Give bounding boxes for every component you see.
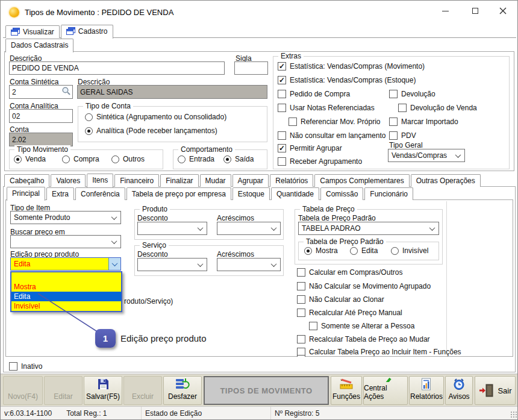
total-reg-text: Total Reg.: 1: [66, 409, 107, 418]
dropdown-option-blank[interactable]: [11, 272, 121, 282]
app-window: Tipos de Movimento : PEDIDO DE VENDA Vis…: [0, 0, 518, 420]
produto-desconto-select[interactable]: [137, 222, 207, 235]
checkbox-marcar-importado[interactable]: Marcar Importado: [389, 118, 458, 126]
checkbox-pedido-compra[interactable]: Pedido de Compra: [278, 90, 350, 98]
checkbox-calcular-tabela-incluir-item[interactable]: Calcular Tabela Preço ao Incluir Item - …: [297, 348, 461, 356]
checkbox-inativo[interactable]: Inativo: [9, 362, 42, 371]
search-icon[interactable]: [61, 86, 71, 98]
funcoes-button[interactable]: Funções: [331, 376, 362, 405]
checkbox-receber-agrupamento[interactable]: Receber Agrupamento: [278, 157, 362, 166]
callout-text: Edição preço produto: [120, 333, 207, 343]
radio-tabela-mostra[interactable]: Mostra: [304, 246, 338, 255]
checkbox-devolucao[interactable]: Devolução: [389, 90, 435, 98]
dropdown-option-invisivel[interactable]: Invisível: [11, 301, 121, 311]
sigla-input[interactable]: [234, 61, 268, 75]
servico-acrescimos-label: Acréscimos: [217, 250, 254, 259]
checkbox-permitir-agrupar[interactable]: Permitir Agrupar: [278, 144, 342, 152]
checkbox-recalcular-preco-manual[interactable]: Recalcular Até Preço Manual: [297, 309, 402, 317]
dropdown-option-edita[interactable]: Edita: [11, 292, 121, 301]
tab-cadastro[interactable]: Cadastro: [61, 25, 113, 39]
tab-extra[interactable]: Extra: [46, 187, 74, 200]
descricao-input[interactable]: PEDIDO DE VENDA: [9, 61, 225, 75]
radio-dot: [178, 155, 186, 163]
tab-funcionario[interactable]: Funcionário: [364, 187, 413, 200]
tab-valores[interactable]: Valores: [51, 174, 86, 187]
tab-relatorios[interactable]: Relatórios: [270, 174, 313, 187]
radio-tabela-edita[interactable]: Edita: [350, 246, 378, 255]
checkbox-estatistica-estoque[interactable]: Estatística: Vendas/Compras (Estoque): [278, 76, 416, 84]
tipo-de-item-select[interactable]: Somente Produto: [10, 211, 121, 224]
servico-desconto-select[interactable]: [137, 258, 207, 271]
maximize-button[interactable]: [462, 1, 488, 21]
tab-visualizar[interactable]: Visualizar: [5, 25, 60, 38]
radio-label: Analítica (Pode receber lançamentos): [96, 127, 217, 135]
tab-tabela-preco-empresa[interactable]: Tabela de preço por empresa: [126, 187, 231, 200]
checkbox-usar-notas[interactable]: Usar Notas Referenciadas: [278, 104, 375, 112]
produto-acrescimos-select[interactable]: [217, 222, 281, 235]
checkbox-referenciar-mov[interactable]: Referenciar Mov. Próprio: [289, 118, 381, 126]
conta-sintetica-input[interactable]: 2: [9, 85, 73, 99]
radio-dot: [111, 155, 119, 163]
minimize-button[interactable]: [432, 1, 458, 21]
tab-campos-complementares[interactable]: Campos Complementares: [314, 174, 409, 187]
checkbox-nao-consultar[interactable]: Não consultar em lançamento: [278, 131, 385, 140]
radio-tabela-invisivel[interactable]: Invisível: [391, 246, 428, 255]
tab-dados-cadastrais[interactable]: Dados Cadastrais: [5, 39, 73, 52]
central-acoes-button[interactable]: Central Ações: [363, 376, 408, 405]
radio-entrada[interactable]: Entrada: [178, 155, 214, 163]
checkbox-box: [278, 104, 286, 112]
editar-button[interactable]: Editar: [44, 376, 83, 405]
produto-desconto-label: Desconto: [137, 214, 168, 222]
radio-label: Edita: [361, 246, 378, 255]
tab-financeiro[interactable]: Financeiro: [114, 174, 159, 187]
tab-quantidade[interactable]: Quantidade: [271, 187, 319, 200]
checkbox-somente-alterar-pessoa[interactable]: Somente se Alterar a Pessoa: [309, 322, 414, 330]
relatorios-button[interactable]: Relatórios: [409, 376, 444, 405]
sair-button[interactable]: Sair: [475, 376, 516, 405]
tab-label: Dados Cadastrais: [11, 41, 68, 49]
tab-itens[interactable]: Itens: [87, 174, 113, 187]
radio-outros[interactable]: Outros: [111, 155, 145, 163]
tab-principal[interactable]: Principal: [7, 187, 45, 201]
checkbox-label: Não Calcular ao Clonar: [309, 295, 384, 304]
avisos-button[interactable]: Avisos: [445, 376, 473, 405]
tabela-padrao-select[interactable]: TABELA PADRAO: [298, 222, 439, 235]
servico-desconto-label: Desconto: [137, 250, 168, 259]
checkbox-label: Recalcular Até Preço Manual: [309, 309, 402, 317]
tipo-geral-select[interactable]: Vendas/Compras: [388, 149, 465, 162]
novo-button[interactable]: Novo(F4): [3, 376, 43, 405]
dropdown-option-mostra[interactable]: Mostra: [11, 282, 121, 292]
checkbox-recalcular-tabela-mudar[interactable]: Recalcular Tabela de Preço ao Mudar: [297, 335, 430, 343]
radio-sintetica[interactable]: Sintética (Agrupamento ou Consolidado): [85, 113, 226, 121]
radio-compra[interactable]: Compra: [62, 155, 99, 163]
edicao-preco-combo[interactable]: Edita: [10, 257, 121, 271]
tab-agrupar[interactable]: Agrupar: [232, 174, 269, 187]
resize-grip[interactable]: [510, 411, 517, 418]
checkbox-nao-calcular-clonar[interactable]: Não Calcular ao Clonar: [297, 295, 384, 304]
radio-analitica[interactable]: Analítica (Pode receber lançamentos): [85, 127, 217, 135]
tab-cabecalho[interactable]: Cabeçalho: [4, 174, 49, 187]
checkbox-devolucao-venda[interactable]: Devolução de Venda: [398, 104, 477, 112]
tab-outras-operacoes[interactable]: Outras Operações: [411, 174, 481, 187]
undo-icon: [175, 378, 190, 390]
buscar-preco-select[interactable]: [10, 235, 121, 248]
servico-acrescimos-select[interactable]: [217, 258, 281, 271]
desfazer-button[interactable]: Desfazer: [163, 376, 202, 405]
checkbox-estatistica-movimento[interactable]: Estatística: Vendas/Compras (Movimento): [278, 62, 425, 71]
checkbox-nao-calcular-agrupado[interactable]: Não Calcular se Movimento Agrupado: [297, 282, 431, 290]
conta-analitica-input[interactable]: 02: [9, 109, 73, 123]
radio-venda[interactable]: Venda: [14, 155, 46, 163]
tab-estoque[interactable]: Estoque: [232, 187, 270, 200]
tab-comissao[interactable]: Comissão: [320, 187, 363, 200]
radio-saida[interactable]: Saída: [223, 155, 254, 163]
group-title: Extras: [278, 52, 304, 60]
close-button[interactable]: [490, 1, 516, 21]
tab-finalizar[interactable]: Finalizar: [160, 174, 198, 187]
tab-mudar[interactable]: Mudar: [200, 174, 231, 187]
excluir-button[interactable]: Excluir: [123, 376, 162, 405]
salvar-button[interactable]: Salvar(F5): [84, 376, 122, 405]
combo-dropdown-button[interactable]: [108, 258, 120, 270]
checkbox-pdv[interactable]: PDV: [389, 131, 416, 140]
tab-conferencia[interactable]: Conferência: [75, 187, 125, 200]
checkbox-calcular-compras-outros[interactable]: Calcular em Compras/Outros: [297, 268, 402, 277]
